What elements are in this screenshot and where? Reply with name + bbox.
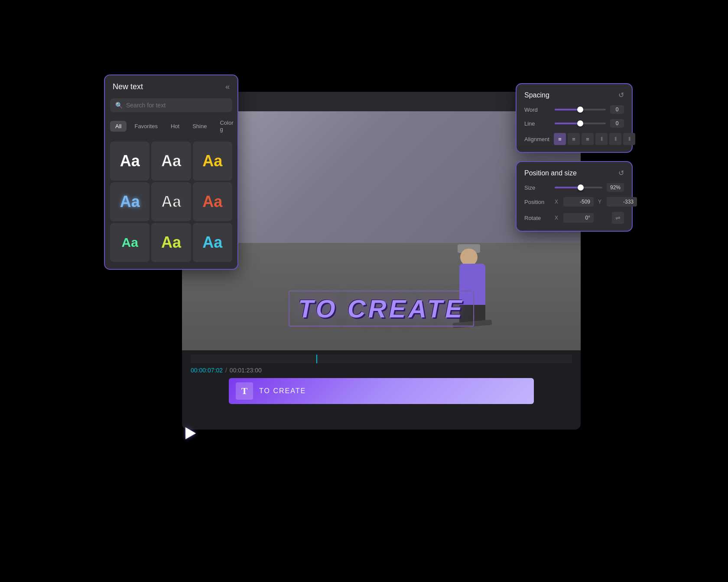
alignment-label: Alignment [524,136,550,142]
search-icon: 🔍 [115,102,123,109]
line-slider[interactable] [555,123,606,124]
style-sample-9: Aa [202,233,222,252]
rotate-label: Rotate [524,215,550,221]
position-title: Position and size [524,169,577,177]
word-spacing-row: Word 0 [524,105,624,114]
skater-head [460,249,478,266]
position-panel-header: Position and size ↺ [524,169,624,177]
track-label: TO CREATE [259,387,306,395]
player-content: TO CREATE 00:00:07:02 / 00:01:23:00 T TO… [182,111,581,430]
spacing-panel: Spacing ↺ Word 0 Line 0 Alignment ≡ ≡ [516,83,633,153]
text-style-item[interactable]: Aa [110,142,150,181]
align-btn-left[interactable]: ≡ [554,133,566,145]
text-style-item[interactable]: Aa [193,142,232,181]
style-sample-2: Aa [161,152,181,170]
align-btn-v2[interactable]: ⦀ [609,133,621,145]
search-bar[interactable]: 🔍 [110,98,232,112]
word-slider-thumb[interactable] [577,107,583,113]
pos-x-label: X [555,199,561,205]
spacing-reset-button[interactable]: ↺ [618,91,624,99]
rotate-x-label: X [555,215,561,221]
position-row: Position X Y [524,197,624,207]
word-slider-fill [555,109,580,110]
size-slider-thumb[interactable] [578,184,584,191]
rotate-row: Rotate X ⇌ [524,212,624,224]
line-slider-thumb[interactable] [577,120,583,126]
line-value: 0 [610,119,624,128]
alignment-buttons: ≡ ≡ ≡ ⦀ ⦀ ⦀ [554,133,635,145]
style-sample-3: Aa [202,152,222,170]
new-text-panel-header: New text « [105,75,237,98]
link-button[interactable]: ⇌ [612,212,624,224]
style-sample-8: Aa [161,233,181,252]
pos-x-group: X [555,197,594,207]
line-slider-fill [555,123,580,124]
position-size-panel: Position and size ↺ Size 92% Position X … [516,161,633,232]
track-icon: T [236,382,253,400]
style-sample-7: Aa [121,235,138,250]
total-time: 00:01:23:00 [230,367,262,374]
text-style-item[interactable]: Aa [151,223,191,262]
filter-tab-hot[interactable]: Hot [166,121,185,132]
style-sample-1: Aa [120,152,140,170]
rotate-x-group: X [555,213,608,223]
new-text-panel: New text « 🔍 All Favorites Hot Shine Col… [104,74,238,270]
style-sample-4: Aa [120,193,140,211]
word-label: Word [524,107,550,113]
alignment-row: Alignment ≡ ≡ ≡ ⦀ ⦀ ⦀ [524,133,624,145]
pos-y-group: Y [598,197,637,207]
position-reset-button[interactable]: ↺ [618,169,624,177]
filter-tabs: All Favorites Hot Shine Color g ▾ [105,117,237,140]
size-slider-fill [555,187,581,188]
text-style-item[interactable]: Aa [110,223,150,262]
word-slider[interactable] [555,109,606,110]
text-style-item[interactable]: Aa [151,182,191,221]
pos-y-label: Y [598,199,604,205]
align-btn-v3[interactable]: ⦀ [623,133,635,145]
text-style-item[interactable]: Aa [193,182,232,221]
spacing-title: Spacing [524,91,549,99]
time-divider: / [225,367,227,374]
filter-tab-color[interactable]: Color g [214,117,238,135]
text-track-bar[interactable]: T TO CREATE [229,378,534,404]
text-style-item[interactable]: Aa [110,182,150,221]
style-sample-5: Aa [161,193,181,211]
style-sample-6: Aa [202,193,222,211]
text-overlay-content: TO CREATE [298,294,465,323]
size-slider[interactable] [555,187,602,188]
pos-y-input[interactable] [607,197,637,207]
text-style-item[interactable]: Aa [193,223,232,262]
collapse-button[interactable]: « [225,82,230,91]
position-label: Position [524,199,550,205]
size-row: Size 92% [524,183,624,192]
current-time: 00:00:07:02 [191,367,223,374]
timeline-time: 00:00:07:02 / 00:01:23:00 [191,367,572,374]
size-label: Size [524,184,550,191]
text-overlay-box[interactable]: TO CREATE [289,291,474,327]
timeline-area: 00:00:07:02 / 00:01:23:00 T TO CREATE [182,350,581,430]
timeline-ruler[interactable] [191,355,572,363]
rotate-x-input[interactable] [563,213,594,223]
filter-tab-all[interactable]: All [110,121,127,132]
new-text-title: New text [113,82,143,91]
word-value: 0 [610,105,624,114]
filter-tab-shine[interactable]: Shine [187,121,212,132]
pos-x-input[interactable] [563,197,594,207]
filter-tab-favorites[interactable]: Favorites [129,121,162,132]
size-value: 92% [607,183,624,192]
align-btn-v1[interactable]: ⦀ [595,133,608,145]
spacing-panel-header: Spacing ↺ [524,91,624,99]
line-label: Line [524,120,550,127]
align-btn-right[interactable]: ≡ [582,133,594,145]
align-btn-center[interactable]: ≡ [568,133,580,145]
text-style-item[interactable]: Aa [151,142,191,181]
line-spacing-row: Line 0 [524,119,624,128]
search-input[interactable] [126,102,227,109]
text-style-grid: Aa Aa Aa Aa Aa Aa Aa Aa [105,140,237,269]
